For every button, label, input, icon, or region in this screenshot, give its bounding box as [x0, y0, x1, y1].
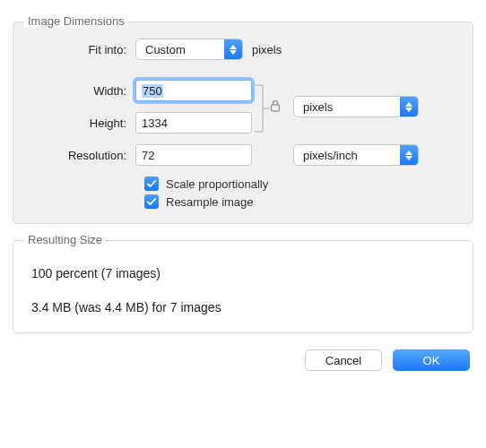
- resolution-unit-select[interactable]: pixels/inch: [293, 144, 419, 166]
- result-line-2: 3.4 MB (was 4.4 MB) for 7 images: [31, 300, 458, 314]
- height-label: Height:: [28, 116, 135, 130]
- resulting-size-title: Resulting Size: [24, 233, 106, 246]
- svg-marker-4: [405, 108, 412, 112]
- result-line-1: 100 percent (7 images): [31, 266, 458, 280]
- resolution-input[interactable]: 72: [135, 144, 252, 166]
- resample-image-label: Resample image: [166, 195, 254, 209]
- scale-proportionally-row[interactable]: Scale proportionally: [144, 177, 458, 191]
- resulting-size-group: Resulting Size 100 percent (7 images) 3.…: [13, 240, 473, 333]
- fit-into-row: Fit into: Custom pixels: [28, 39, 458, 60]
- height-input[interactable]: 1334: [135, 112, 252, 134]
- width-label: Width:: [28, 84, 135, 98]
- checkbox-checked-icon: [144, 194, 159, 209]
- scale-proportionally-label: Scale proportionally: [166, 177, 268, 191]
- width-input[interactable]: 750: [135, 80, 252, 101]
- svg-marker-1: [230, 50, 237, 55]
- fit-into-select[interactable]: Custom: [135, 39, 243, 60]
- resolution-row: Resolution: 72 pixels/inch: [28, 144, 458, 166]
- image-dimensions-group: Image Dimensions Fit into: Custom pixels…: [13, 22, 473, 224]
- width-row: Width: 750: [28, 80, 252, 101]
- resample-image-row[interactable]: Resample image: [144, 194, 458, 209]
- fit-into-label: Fit into:: [28, 43, 135, 56]
- dialog-buttons: Cancel OK: [13, 349, 473, 371]
- svg-marker-3: [405, 102, 412, 107]
- svg-marker-5: [405, 151, 412, 155]
- wh-unit-value: pixels: [294, 100, 400, 114]
- stepper-arrows-icon: [400, 97, 418, 116]
- resolution-unit-value: pixels/inch: [294, 149, 400, 162]
- svg-marker-6: [405, 156, 412, 160]
- resolution-label: Resolution:: [28, 149, 135, 162]
- svg-rect-2: [272, 105, 280, 111]
- stepper-arrows-icon: [400, 145, 418, 165]
- link-bracket: [252, 80, 288, 134]
- wh-unit-select[interactable]: pixels: [293, 96, 419, 117]
- image-dimensions-title: Image Dimensions: [24, 14, 128, 28]
- stepper-arrows-icon: [224, 39, 242, 59]
- checkbox-checked-icon: [144, 177, 159, 191]
- cancel-button[interactable]: Cancel: [305, 349, 382, 371]
- ok-button[interactable]: OK: [393, 349, 470, 371]
- height-row: Height: 1334: [28, 112, 252, 134]
- fit-into-value: Custom: [136, 43, 224, 56]
- width-height-block: Width: 750 Height: 1334: [28, 80, 458, 144]
- svg-marker-0: [230, 45, 237, 49]
- fit-into-unit: pixels: [243, 43, 282, 56]
